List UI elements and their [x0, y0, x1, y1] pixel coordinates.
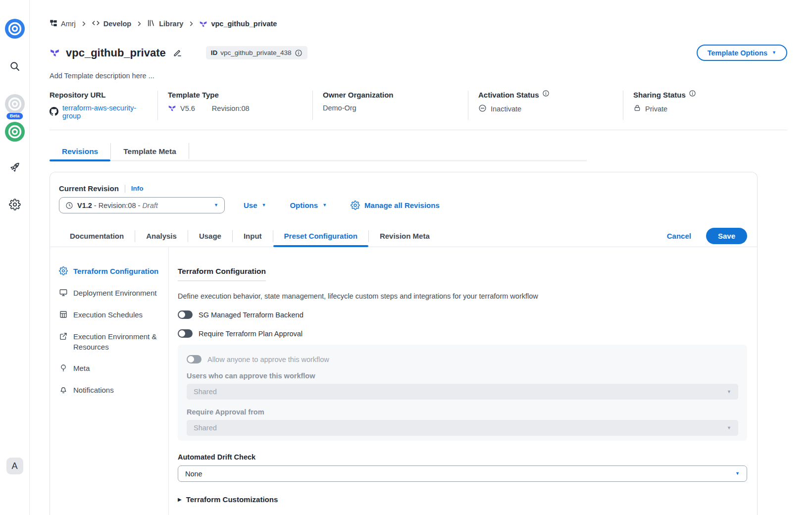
tab-preset-configuration[interactable]: Preset Configuration [273, 225, 368, 247]
info-icon[interactable] [542, 90, 550, 97]
edit-pencil-icon[interactable] [173, 48, 182, 57]
meta-sharing-status: Sharing Status Private [623, 91, 787, 120]
external-link-icon [59, 331, 68, 342]
github-icon [50, 107, 58, 117]
info-icon[interactable] [295, 49, 303, 57]
repository-link[interactable]: terraform-aws-security-group [62, 104, 148, 120]
template-id-value: vpc_github_private_438 [220, 49, 291, 56]
pin-icon [59, 363, 68, 374]
drift-check-select[interactable]: None ▼ [178, 465, 747, 482]
template-meta-row: Repository URL terraform-aws-security-gr… [50, 91, 787, 130]
terraform-customizations-accordion[interactable]: ▶ Terraform Customizations [178, 495, 747, 504]
tab-input[interactable]: Input [233, 225, 273, 247]
caret-down-icon: ▼ [322, 203, 327, 207]
library-icon [147, 19, 155, 29]
approvers-label: Users who can approve this workflow [187, 372, 738, 380]
subnav-notifications[interactable]: Notifications [59, 385, 168, 396]
caret-down-icon: ▼ [214, 203, 218, 207]
allow-anyone-toggle [187, 355, 202, 363]
gear-icon [351, 201, 360, 210]
tab-analysis[interactable]: Analysis [135, 225, 188, 247]
chevron-right-icon [80, 20, 87, 27]
plan-approval-toggle[interactable] [178, 329, 193, 338]
bell-icon [59, 385, 68, 396]
divider [125, 185, 125, 193]
cancel-button[interactable]: Cancel [667, 232, 691, 240]
template-description[interactable]: Add Template description here ... [50, 72, 787, 80]
page-title: vpc_github_private [66, 47, 166, 59]
plan-approval-toggle-row: Require Terraform Plan Approval [178, 329, 747, 338]
org-icon [50, 19, 57, 29]
sharing-status-value: Private [645, 105, 667, 113]
terraform-icon [168, 104, 176, 112]
meta-template-type: Template Type V5.6 Revision:08 [157, 91, 312, 120]
revision-tabs: Documentation Analysis Usage Input Prese… [50, 225, 757, 247]
rocket-icon[interactable] [8, 161, 21, 176]
beta-workspace-icon[interactable]: Beta [5, 94, 25, 116]
allow-anyone-toggle-row: Allow anyone to approve this workflow [187, 355, 738, 363]
beta-badge: Beta [6, 113, 23, 119]
app-window: Beta A Amrj Develop [0, 0, 812, 515]
title-row: vpc_github_private ID vpc_github_private… [50, 45, 787, 61]
code-icon [92, 19, 100, 29]
terraform-icon [199, 20, 207, 28]
breadcrumb-library[interactable]: Library [147, 19, 183, 29]
template-options-button[interactable]: Template Options ▼ [697, 45, 787, 61]
breadcrumb-org[interactable]: Amrj [50, 19, 76, 29]
approval-panel: Allow anyone to approve this workflow Us… [178, 345, 747, 441]
caret-down-icon: ▼ [727, 426, 731, 430]
drift-check-label: Automated Drift Check [178, 453, 747, 461]
tab-template-meta[interactable]: Template Meta [111, 143, 189, 160]
breadcrumb-develop[interactable]: Develop [92, 19, 131, 29]
use-button[interactable]: Use ▼ [244, 201, 266, 209]
meta-activation-status: Activation Status Inactivate [468, 91, 623, 120]
revision-actions-row: V1.2 - Revision:08 - Draft ▼ Use ▼ Optio… [59, 197, 748, 213]
user-avatar[interactable]: A [6, 458, 23, 474]
caret-down-icon: ▼ [735, 471, 740, 476]
terraform-config-section: Terraform Configuration Define execution… [169, 247, 748, 515]
subnav-meta[interactable]: Meta [59, 363, 168, 374]
sg-backend-toggle[interactable] [178, 310, 193, 319]
template-revision: Revision:08 [212, 104, 250, 112]
options-button[interactable]: Options ▼ [290, 201, 327, 209]
breadcrumb: Amrj Develop Library vpc_github_private [50, 19, 787, 29]
search-icon[interactable] [9, 60, 21, 74]
template-id-badge: ID vpc_github_private_438 [206, 46, 307, 59]
gear-icon[interactable] [9, 199, 21, 212]
gear-icon [59, 266, 68, 277]
chevron-right-icon [188, 20, 195, 27]
tab-documentation[interactable]: Documentation [59, 225, 135, 247]
left-rail: Beta A [0, 0, 30, 515]
tab-revisions[interactable]: Revisions [50, 143, 110, 160]
tab-revision-meta[interactable]: Revision Meta [369, 225, 441, 247]
caret-down-icon: ▼ [727, 390, 731, 394]
info-link[interactable]: Info [131, 185, 144, 192]
meta-owner-org: Owner Organization Demo-Org [312, 91, 468, 120]
config-subnav: Terraform Configuration Deployment Envir… [59, 247, 169, 515]
require-approval-label: Require Approval from [187, 408, 738, 416]
app-logo-icon[interactable] [5, 19, 25, 41]
revision-card: Current Revision Info V1.2 - Revision:08… [50, 172, 758, 515]
tab-usage[interactable]: Usage [188, 225, 232, 247]
chevron-right-icon [136, 20, 143, 27]
section-description: Define execution behavior, state managem… [178, 292, 747, 300]
subnav-execution-environment[interactable]: Execution Environment & Resources [59, 331, 168, 352]
current-revision-row: Current Revision Info [59, 184, 748, 193]
approvers-select: Shared ▼ [187, 384, 738, 400]
tab-divider [189, 143, 189, 159]
subnav-deployment-environment[interactable]: Deployment Environment [59, 288, 168, 299]
caret-right-icon: ▶ [178, 497, 182, 502]
breadcrumb-template[interactable]: vpc_github_private [199, 20, 277, 28]
revision-select[interactable]: V1.2 - Revision:08 - Draft ▼ [59, 197, 225, 213]
save-button[interactable]: Save [706, 228, 747, 244]
subnav-terraform-configuration[interactable]: Terraform Configuration [59, 266, 168, 277]
terraform-icon [50, 48, 60, 58]
template-tabs: Revisions Template Meta [50, 143, 587, 161]
info-icon[interactable] [689, 90, 696, 97]
subnav-execution-schedules[interactable]: Execution Schedules [59, 309, 168, 320]
activation-status-value: Inactivate [491, 105, 521, 113]
active-workspace-icon[interactable] [5, 122, 25, 144]
caret-down-icon: ▼ [772, 51, 776, 55]
template-version: V5.6 [180, 104, 195, 112]
manage-revisions-button[interactable]: Manage all Revisions [351, 201, 440, 210]
